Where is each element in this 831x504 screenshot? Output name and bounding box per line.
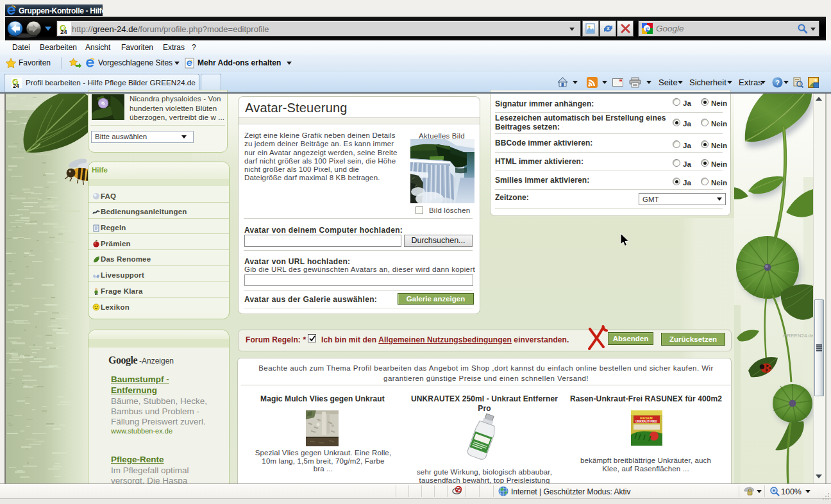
svg-text:?: ? bbox=[775, 79, 780, 87]
svg-text:UNKRAUT-FREI: UNKRAUT-FREI bbox=[635, 420, 657, 423]
svg-text:GREEN24.de: GREEN24.de bbox=[783, 333, 813, 339]
svg-text:24: 24 bbox=[13, 83, 19, 88]
svg-text:g: g bbox=[645, 24, 649, 32]
svg-text:24: 24 bbox=[60, 28, 67, 35]
